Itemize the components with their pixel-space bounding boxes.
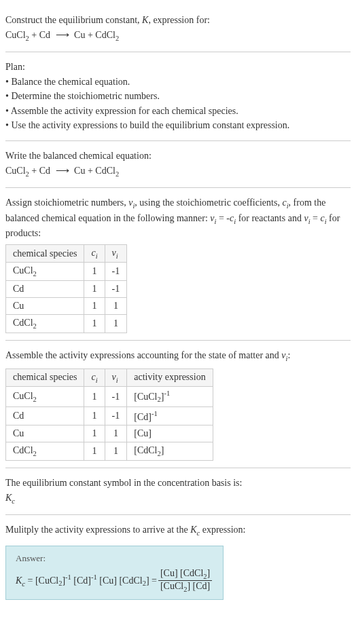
cell-species: CuCl2 (6, 387, 84, 406)
symbol-text: The equilibrium constant symbol in the c… (5, 476, 351, 490)
symbol-section: The equilibrium constant symbol in the c… (5, 468, 351, 515)
col-ci: ci (84, 368, 105, 387)
activity-section: Assemble the activity expressions accoun… (5, 341, 351, 468)
col-species: chemical species (6, 244, 84, 263)
activity-text: Assemble the activity expressions accoun… (5, 349, 351, 364)
answer-lhs: Kc = [CuCl2]-1 [Cd]-1 [Cu] [CdCl2] = (16, 573, 157, 587)
plan-item: • Use the activity expressions to build … (5, 119, 351, 132)
cell-v: -1 (105, 281, 127, 298)
cell-v: -1 (105, 406, 127, 425)
cell-c: 1 (84, 281, 105, 298)
table-header-row: chemical species ci νi (6, 244, 127, 263)
cell-c: 1 (84, 406, 105, 425)
cell-c: 1 (84, 442, 105, 461)
symbol-kc: Kc (5, 491, 351, 506)
answer-numerator: [Cu] [CdCl2] (158, 568, 212, 581)
cell-v: 1 (105, 442, 127, 461)
cell-expr: [CdCl2] (127, 442, 213, 461)
answer-fraction: [Cu] [CdCl2] [CuCl2] [Cd] (158, 568, 212, 593)
intro-section: Construct the equilibrium constant, K, e… (5, 5, 351, 52)
plan-item: • Balance the chemical equation. (5, 75, 351, 89)
intro-text: Construct the equilibrium constant, K, e… (5, 14, 351, 27)
cell-c: 1 (84, 315, 105, 333)
answer-denominator: [CuCl2] [Cd] (158, 581, 212, 593)
cell-c: 1 (84, 263, 105, 281)
cell-species: Cu (6, 298, 84, 315)
col-vi: νi (105, 244, 127, 263)
cell-c: 1 (84, 298, 105, 315)
stoich-table: chemical species ci νi CuCl2 1 -1 Cd 1 -… (5, 244, 127, 333)
cell-expr: [CuCl2]-1 (127, 387, 213, 406)
plan-heading: Plan: (5, 60, 351, 74)
col-ci: ci (84, 244, 105, 263)
plan-item: • Assemble the activity expression for e… (5, 105, 351, 118)
cell-expr: [Cu] (127, 425, 213, 442)
cell-v: 1 (105, 315, 127, 333)
cell-species: Cd (6, 281, 84, 298)
answer-box: Answer: Kc = [CuCl2]-1 [Cd]-1 [Cu] [CdCl… (5, 546, 224, 601)
col-species: chemical species (6, 368, 84, 387)
cell-v: -1 (105, 263, 127, 281)
cell-species: CdCl2 (6, 315, 84, 333)
balanced-section: Write the balanced chemical equation: Cu… (5, 141, 351, 188)
table-row: CdCl2 1 1 [CdCl2] (6, 442, 213, 461)
table-row: Cu 1 1 (6, 298, 127, 315)
cell-v: 1 (105, 425, 127, 442)
answer-label: Answer: (16, 553, 213, 564)
stoich-text: Assign stoichiometric numbers, νi, using… (5, 196, 351, 240)
table-row: CuCl2 1 -1 [CuCl2]-1 (6, 387, 213, 406)
activity-table: chemical species ci νi activity expressi… (5, 368, 213, 461)
cell-species: CuCl2 (6, 263, 84, 281)
table-row: Cd 1 -1 [Cd]-1 (6, 406, 213, 425)
cell-c: 1 (84, 387, 105, 406)
answer-equation: Kc = [CuCl2]-1 [Cd]-1 [Cu] [CdCl2] = [Cu… (16, 568, 213, 593)
cell-species: Cu (6, 425, 84, 442)
intro-equation: CuCl2 + Cd ⟶ Cu + CdCl2 (5, 29, 351, 43)
plan-item: • Determine the stoichiometric numbers. (5, 90, 351, 103)
table-row: Cd 1 -1 (6, 281, 127, 298)
table-row: Cu 1 1 [Cu] (6, 425, 213, 442)
table-header-row: chemical species ci νi activity expressi… (6, 368, 213, 387)
cell-species: CdCl2 (6, 442, 84, 461)
cell-v: 1 (105, 298, 127, 315)
multiply-section: Mulitply the activity expressions to arr… (5, 515, 351, 607)
col-expr: activity expression (127, 368, 213, 387)
col-vi: νi (105, 368, 127, 387)
cell-expr: [Cd]-1 (127, 406, 213, 425)
table-row: CuCl2 1 -1 (6, 263, 127, 281)
balanced-heading: Write the balanced chemical equation: (5, 149, 351, 163)
cell-v: -1 (105, 387, 127, 406)
cell-c: 1 (84, 425, 105, 442)
stoich-section: Assign stoichiometric numbers, νi, using… (5, 188, 351, 341)
multiply-text: Mulitply the activity expressions to arr… (5, 523, 351, 538)
balanced-equation: CuCl2 + Cd ⟶ Cu + CdCl2 (5, 164, 351, 179)
cell-species: Cd (6, 406, 84, 425)
table-row: CdCl2 1 1 (6, 315, 127, 333)
plan-section: Plan: • Balance the chemical equation. •… (5, 52, 351, 141)
